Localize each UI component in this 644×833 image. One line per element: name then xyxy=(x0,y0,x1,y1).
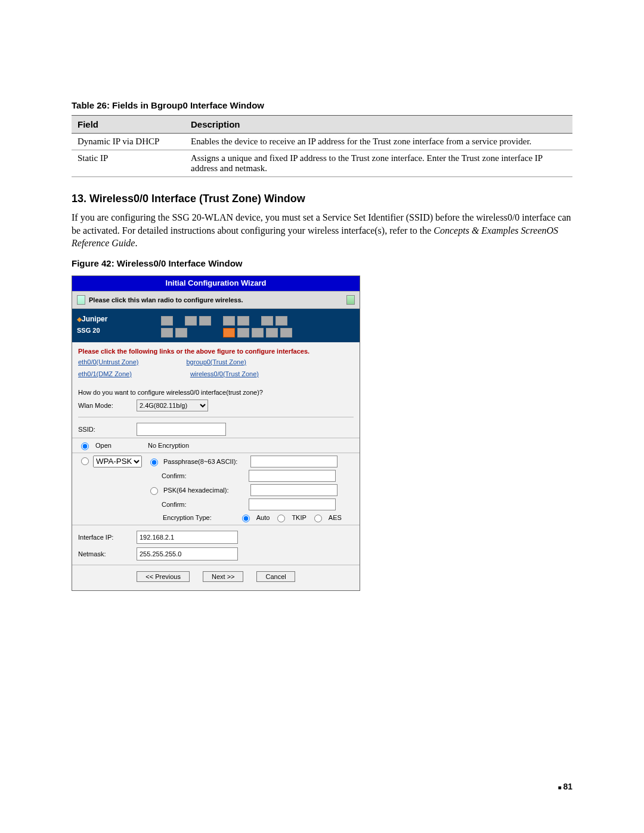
table-row: Static IP Assigns a unique and fixed IP … xyxy=(72,150,572,177)
section-13-paragraph: If you are configuring the SSG 20-WLAN d… xyxy=(72,211,572,250)
cell-field: Static IP xyxy=(72,150,185,177)
wlan-mode-label: Wlan Mode: xyxy=(78,401,133,410)
device-diagram-panel: ◆Juniper SSG 20 xyxy=(72,309,360,342)
open-label: Open xyxy=(95,441,143,450)
wizard-title: Initial Configuration Wizard xyxy=(72,276,360,291)
passphrase-input[interactable] xyxy=(250,456,338,467)
passphrase-label: Passphrase(8~63 ASCII): xyxy=(163,457,247,466)
port-icon[interactable] xyxy=(175,328,187,337)
table26: Field Description Dynamic IP via DHCP En… xyxy=(72,115,572,177)
enc-tkip-label: TKIP xyxy=(292,513,306,522)
para-text-b: . xyxy=(135,238,137,248)
cell-desc: Assigns a unique and fixed IP address to… xyxy=(185,150,572,177)
psk-confirm-input[interactable] xyxy=(249,498,336,510)
enc-aes-label: AES xyxy=(329,513,342,522)
port-icon[interactable] xyxy=(280,328,292,337)
port-icon[interactable] xyxy=(185,316,197,326)
wlan-left-icon xyxy=(77,295,85,305)
cell-desc: Enables the device to receive an IP addr… xyxy=(185,134,572,150)
port-icon[interactable] xyxy=(275,316,287,326)
port-icon[interactable] xyxy=(261,316,273,326)
table26-caption: Table 26: Fields in Bgroup0 Interface Wi… xyxy=(72,100,572,110)
interface-ip-input[interactable] xyxy=(137,531,238,544)
ssid-input[interactable] xyxy=(137,423,226,436)
port-icon[interactable] xyxy=(237,328,249,337)
passphrase-radio[interactable] xyxy=(150,459,158,466)
link-eth00[interactable]: eth0/0(Untrust Zone) xyxy=(78,358,139,366)
psk-input[interactable] xyxy=(250,484,338,496)
wlan-radio-icon[interactable] xyxy=(346,295,355,305)
table26-header-description: Description xyxy=(185,116,572,134)
port-icon[interactable] xyxy=(199,316,211,326)
page-number: 81 xyxy=(558,782,572,791)
initial-configuration-wizard: Initial Configuration Wizard Please clic… xyxy=(72,275,360,591)
port-icon[interactable] xyxy=(223,316,235,326)
figure42-caption: Figure 42: Wireless0/0 Interface Window xyxy=(72,258,572,268)
table-row: Dynamic IP via DHCP Enables the device t… xyxy=(72,134,572,150)
wlan-message-bar: Please click this wlan radio to configur… xyxy=(72,291,360,309)
device-model: SSG 20 xyxy=(77,326,107,335)
wlan-mode-select[interactable]: 2.4G(802.11b/g) xyxy=(137,400,208,411)
enc-auto-label: Auto xyxy=(256,513,270,522)
table26-header-field: Field xyxy=(72,116,185,134)
config-question: How do you want to configure wireless0/0… xyxy=(72,385,371,398)
psk-confirm-label: Confirm: xyxy=(162,500,245,509)
encryption-type-label: Encryption Type: xyxy=(163,513,212,522)
psk-label: PSK(64 hexadecimal): xyxy=(163,486,247,494)
port-icon[interactable] xyxy=(252,328,264,337)
port-icon[interactable] xyxy=(266,328,278,337)
link-bgroup0[interactable]: bgroup0(Trust Zone) xyxy=(187,358,246,366)
passphrase-confirm-input[interactable] xyxy=(249,470,336,482)
psk-radio[interactable] xyxy=(150,487,158,495)
link-eth01[interactable]: eth0/1(DMZ Zone) xyxy=(78,370,132,378)
enc-auto-radio[interactable] xyxy=(242,515,250,522)
wpapsk-radio[interactable] xyxy=(81,457,89,465)
passphrase-confirm-label: Confirm: xyxy=(162,472,245,480)
netmask-input[interactable] xyxy=(137,547,238,561)
port-icon[interactable] xyxy=(161,316,173,326)
brand-logo-text: ◆Juniper xyxy=(77,315,107,323)
open-radio[interactable] xyxy=(81,442,89,450)
port-icon[interactable] xyxy=(223,328,235,337)
no-encryption-text: No Encryption xyxy=(148,441,189,450)
ssid-label: SSID: xyxy=(78,425,133,433)
link-instruction: Please click the following links or the … xyxy=(72,342,360,355)
port-icon[interactable] xyxy=(161,328,173,337)
previous-button[interactable]: << Previous xyxy=(137,571,190,582)
port-icon[interactable] xyxy=(237,316,249,326)
link-wireless00[interactable]: wireless0/0(Trust Zone) xyxy=(190,370,259,378)
interface-ip-label: Interface IP: xyxy=(78,533,133,541)
cancel-button[interactable]: Cancel xyxy=(256,571,295,582)
wlan-message: Please click this wlan radio to configur… xyxy=(89,296,243,304)
section-13-title: 13. Wireless0/0 Interface (Trust Zone) W… xyxy=(72,193,572,205)
next-button[interactable]: Next >> xyxy=(203,571,244,582)
enc-aes-radio[interactable] xyxy=(314,515,322,522)
wpapsk-select[interactable]: WPA-PSK xyxy=(93,456,142,467)
enc-tkip-radio[interactable] xyxy=(277,515,285,522)
netmask-label: Netmask: xyxy=(78,550,133,558)
cell-field: Dynamic IP via DHCP xyxy=(72,134,185,150)
